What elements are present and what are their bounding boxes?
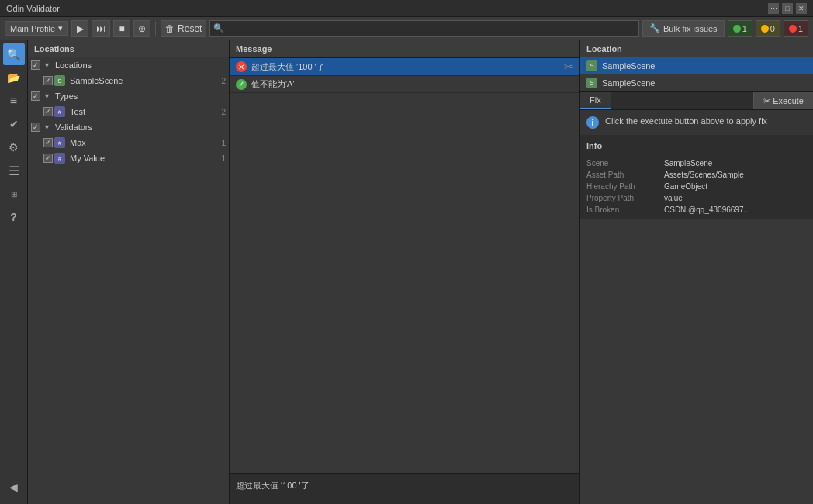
sidebar-icons: 🔍 📂 ≡ ✔ ⚙ ☰ ⊞ ? ◀ [0,40,28,504]
checkbox-test[interactable]: ✓ [43,107,53,116]
minimize-button[interactable]: ⋯ [768,3,779,14]
trash-icon: 🗑 [165,23,175,34]
myvalue-count: 1 [221,154,226,163]
fix-content: i Click the exectute button above to app… [580,110,813,135]
scene-icon-samplescene: S [54,75,65,86]
location-panel-header: Location [580,40,813,57]
types-label: Types [55,91,78,101]
title-bar: Odin Validator ⋯ □ ✕ [0,0,813,17]
myvalue-label: My Value [70,154,105,163]
execute-button[interactable]: ✂ Execute [753,92,813,109]
right-scroll-panel[interactable]: S SampleScene S SampleScene Fix ✂ Execut… [580,57,813,504]
error-count: 1 [798,24,803,33]
test-count: 2 [221,108,226,116]
info-title: Info [586,138,807,154]
location-row-2[interactable]: S SampleScene [580,74,813,91]
tree-item-locations-root[interactable]: ✓ ▼ Locations [28,57,229,73]
message-row-1[interactable]: ✕ 超过最大值 '100 '了 ✂ [230,58,579,76]
tree-item-test[interactable]: ✓ # Test 2 [28,104,229,119]
profile-label: Main Profile [10,24,55,33]
tree-item-types-root[interactable]: ✓ ▼ Types [28,88,229,104]
app-title: Odin Validator [6,4,60,13]
test-label: Test [70,107,85,116]
location-label-1: SampleScene [602,61,656,71]
play-button[interactable]: ▶ [71,20,88,37]
arrow-locations: ▼ [43,61,50,69]
fix-message: Click the exectute button above to apply… [605,116,767,126]
fix-panel: Fix ✂ Execute i Click the exectute butto… [580,91,813,135]
tree-item-validators-root[interactable]: ✓ ▼ Validators [28,119,229,135]
stop-button[interactable]: ■ [113,20,130,37]
info-row-scene: Scene SampleScene [586,157,807,169]
checkbox-myvalue[interactable]: ✓ [43,154,53,163]
close-button[interactable]: ✕ [796,3,807,14]
location-row-1[interactable]: S SampleScene [580,57,813,74]
hierarchy-path-label: Hierachy Path [586,182,664,191]
warning-dot [761,25,769,33]
title-bar-controls: ⋯ □ ✕ [768,3,807,14]
checkbox-validators[interactable]: ✓ [31,123,40,132]
error-badge[interactable]: 1 [784,20,808,37]
property-path-label: Property Path [586,194,664,202]
locations-header: Locations [28,40,229,57]
chevron-down-icon: ▾ [58,23,63,33]
info-row-property-path: Property Path value [586,192,807,204]
locations-panel: Locations ✓ ▼ Locations ✓ S SampleScene … [28,40,230,504]
right-panel: Location S SampleScene S SampleScene Fix [580,40,813,504]
sidebar-icon-search[interactable]: 🔍 [3,43,25,65]
warning-badge[interactable]: 0 [756,20,780,37]
type-icon-myvalue: # [54,153,65,164]
arrow-validators: ▼ [43,123,50,131]
success-badge[interactable]: 1 [728,20,752,37]
checkbox-locations[interactable]: ✓ [31,60,40,70]
scissor-icon[interactable]: ✂ [564,60,573,73]
info-icon: i [586,116,599,129]
message-text-2: 值不能为'A' [251,78,573,90]
locations-label: Locations [55,60,92,70]
message-text-1: 超过最大值 '100 '了 [251,61,558,73]
info-row-asset-path: Asset Path Assets/Scenes/Sample [586,169,807,181]
info-row-is-broken: Is Broken CSDN @qq_43096697... [586,204,807,216]
fix-tab[interactable]: Fix [580,92,611,109]
search-input[interactable] [224,24,635,33]
sidebar-icon-question[interactable]: ? [3,206,25,228]
checkbox-max[interactable]: ✓ [43,138,53,147]
type-icon-max: # [54,137,65,148]
message-row-2[interactable]: ✓ 值不能为'A' [230,76,579,93]
warning-count: 0 [770,24,775,33]
location-label-2: SampleScene [602,78,656,88]
tree-item-myvalue[interactable]: ✓ # My Value 1 [28,150,229,166]
info-panel: Info Scene SampleScene Asset Path Assets… [580,135,813,219]
sidebar-icon-list[interactable]: ≡ [3,90,25,112]
checkbox-samplescene[interactable]: ✓ [43,76,53,85]
sidebar-icon-folder[interactable]: 📂 [3,67,25,88]
scene-label: Scene [586,159,664,167]
asset-path-value: Assets/Scenes/Sample [664,171,744,179]
toolbar-separator [155,21,156,36]
search-icon: 🔍 [213,23,224,33]
sidebar-icon-gear[interactable]: ⚙ [3,136,25,158]
loc-scene-icon-1: S [586,60,597,71]
messages-panel: Message ✕ 超过最大值 '100 '了 ✂ ✓ 值不能为'A' 超过最大… [230,40,580,504]
search-box: 🔍 [209,20,638,37]
toolbar: Main Profile ▾ ▶ ⏭ ■ ⊕ 🗑 Reset 🔍 🔧 Bulk … [0,17,813,40]
maximize-button[interactable]: □ [782,3,793,14]
globe-button[interactable]: ⊕ [133,20,150,37]
sidebar-icon-collapse[interactable]: ◀ [3,476,25,498]
tree-item-max[interactable]: ✓ # Max 1 [28,135,229,150]
sidebar-icon-check[interactable]: ✔ [3,113,25,135]
wrench-icon: 🔧 [649,23,660,33]
profile-selector[interactable]: Main Profile ▾ [5,21,68,36]
bulk-fix-button[interactable]: 🔧 Bulk fix issues [642,20,725,37]
sidebar-icon-menu[interactable]: ⊞ [3,183,25,205]
reset-button[interactable]: 🗑 Reset [161,20,206,37]
type-icon-test: # [54,106,65,117]
sidebar-icon-lines[interactable]: ☰ [3,160,25,181]
skip-forward-button[interactable]: ⏭ [92,20,110,37]
checkbox-types[interactable]: ✓ [31,91,40,101]
success-count: 1 [742,24,747,33]
loc-scene-icon-2: S [586,78,597,88]
samplescene-label: SampleScene [70,76,123,85]
tree-item-samplescene[interactable]: ✓ S SampleScene 2 [28,73,229,88]
is-broken-label: Is Broken [586,205,664,214]
